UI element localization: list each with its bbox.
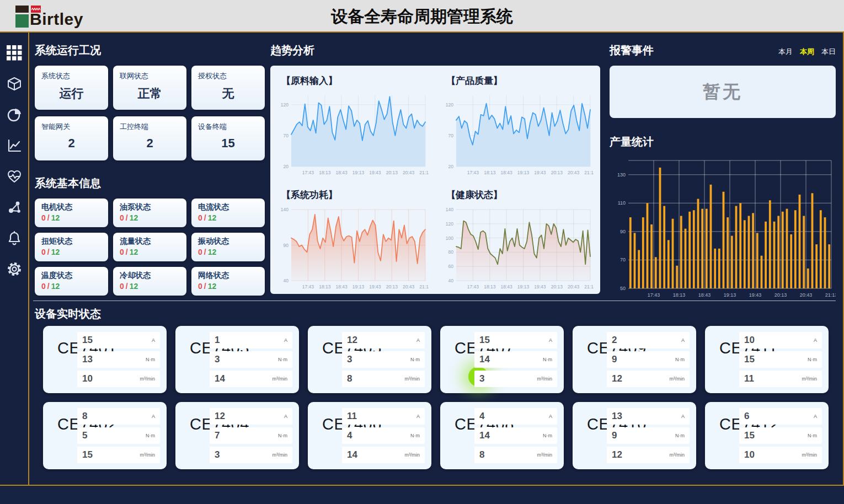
status-card: 授权状态无 bbox=[191, 66, 265, 110]
info-card-count: 0/12 bbox=[198, 282, 258, 291]
reading-unit: N·m bbox=[808, 357, 817, 362]
svg-text:20:43: 20:43 bbox=[403, 284, 415, 289]
device-reading-row: 3N·m bbox=[342, 351, 425, 368]
device-card[interactable]: CE7406 11A4N·m14m³/min bbox=[308, 402, 431, 469]
page-footer bbox=[0, 485, 844, 504]
status-card-value: 无 bbox=[198, 85, 258, 102]
info-card-count: 0/12 bbox=[120, 282, 180, 291]
svg-text:18:13: 18:13 bbox=[319, 284, 331, 289]
line-chart: 207012017:4318:1318:4319:1319:4320:1320:… bbox=[440, 91, 594, 176]
device-card[interactable]: CE7409 2A9N·m12m³/min bbox=[573, 326, 696, 393]
device-readings: 1A3N·m14m³/min bbox=[210, 332, 292, 390]
reading-value: 12 bbox=[612, 373, 622, 384]
reading-unit: A bbox=[681, 414, 685, 419]
device-reading-row: 7N·m bbox=[210, 427, 292, 444]
status-card-value: 运行 bbox=[41, 85, 102, 102]
line-chart: 207012017:4318:1318:4319:1319:4320:1320:… bbox=[275, 91, 429, 176]
svg-text:18:13: 18:13 bbox=[319, 170, 331, 175]
alarm-tab-本月[interactable]: 本月 bbox=[778, 47, 793, 57]
svg-text:110: 110 bbox=[618, 200, 626, 206]
line-chart: 409014017:4318:1318:4319:1319:4320:1320:… bbox=[275, 205, 429, 291]
reading-unit: m³/min bbox=[670, 376, 685, 382]
reading-unit: N·m bbox=[675, 433, 685, 438]
device-card[interactable]: CE7401 15A13N·m10m³/min bbox=[43, 326, 167, 393]
app-header: Birtley 设备全寿命周期管理系统 bbox=[0, 0, 844, 33]
svg-text:18:43: 18:43 bbox=[500, 170, 512, 175]
device-card[interactable]: CE7405 12A3N·m8m³/min bbox=[308, 326, 431, 393]
device-reading-row: 10A bbox=[739, 332, 822, 348]
device-card[interactable]: CE7411 10A15N·m11m³/min bbox=[705, 326, 829, 393]
reading-value: 13 bbox=[82, 354, 93, 365]
info-card-label: 电流状态 bbox=[198, 202, 258, 212]
reading-unit: m³/min bbox=[140, 376, 156, 382]
gear-icon[interactable] bbox=[6, 261, 23, 277]
svg-text:19:13: 19:13 bbox=[517, 170, 530, 175]
molecule-icon[interactable] bbox=[6, 199, 23, 216]
trend-chart-cell: 【系统功耗】409014017:4318:1318:4319:1319:4320… bbox=[270, 180, 435, 294]
pie-chart-icon[interactable] bbox=[6, 106, 23, 123]
device-reading-row: 14m³/min bbox=[210, 371, 292, 387]
svg-text:18:13: 18:13 bbox=[673, 292, 686, 298]
svg-text:40: 40 bbox=[448, 278, 454, 283]
svg-text:20:13: 20:13 bbox=[551, 284, 563, 289]
device-card[interactable]: CE7410 13A9N·m12m³/min bbox=[573, 402, 696, 469]
svg-text:19:43: 19:43 bbox=[369, 284, 381, 289]
system-status-title: 系统运行工况 bbox=[35, 43, 266, 58]
info-card-count: 0/12 bbox=[120, 248, 180, 256]
system-status-section: 系统运行工况 系统状态运行联网状态正常授权状态无智能网关2工控终端2设备终端15… bbox=[35, 43, 266, 296]
basic-info-title: 系统基本信息 bbox=[35, 176, 266, 191]
reading-unit: N·m bbox=[543, 433, 552, 438]
reading-unit: m³/min bbox=[405, 376, 420, 382]
device-reading-row: 8m³/min bbox=[342, 371, 425, 387]
bell-icon[interactable] bbox=[6, 230, 23, 246]
health-icon[interactable] bbox=[6, 168, 23, 185]
device-card[interactable]: CE7403 1A3N·m14m³/min bbox=[175, 326, 299, 393]
svg-text:20:43: 20:43 bbox=[568, 284, 580, 289]
device-reading-row: 14m³/min bbox=[342, 447, 425, 463]
device-card[interactable]: CE7404 12A7N·m3m³/min bbox=[175, 402, 299, 469]
grid-icon[interactable] bbox=[6, 45, 23, 61]
info-card-label: 扭矩状态 bbox=[41, 237, 102, 246]
device-card[interactable]: CE7408 4A14N·m8m³/min bbox=[440, 402, 564, 469]
device-reading-row: 9N·m bbox=[607, 351, 690, 368]
svg-text:19:43: 19:43 bbox=[749, 292, 762, 298]
alarm-tab-本日[interactable]: 本日 bbox=[821, 47, 836, 57]
device-card[interactable]: CE7412 6A15N·m10m³/min bbox=[705, 402, 829, 469]
info-card: 温度状态0/12 bbox=[35, 267, 108, 296]
device-reading-row: 8m³/min bbox=[474, 447, 557, 463]
device-card[interactable]: CE7402 8A5N·m15m³/min bbox=[43, 402, 167, 469]
svg-text:20:13: 20:13 bbox=[551, 170, 563, 175]
chart-title: 【原料输入】 bbox=[270, 66, 435, 87]
svg-text:20:13: 20:13 bbox=[774, 292, 787, 298]
cube-icon[interactable] bbox=[6, 76, 23, 92]
svg-text:90: 90 bbox=[620, 229, 626, 234]
device-reading-row: 12A bbox=[342, 332, 425, 348]
device-readings: 13A9N·m12m³/min bbox=[607, 408, 690, 466]
status-card-label: 设备终端 bbox=[198, 122, 258, 132]
svg-text:18:43: 18:43 bbox=[335, 170, 348, 175]
reading-value: 10 bbox=[744, 335, 755, 346]
status-card: 工控终端2 bbox=[113, 116, 186, 160]
reading-value: 15 bbox=[744, 430, 755, 441]
info-card-label: 温度状态 bbox=[41, 271, 102, 281]
svg-text:70: 70 bbox=[448, 133, 454, 138]
info-card: 扭矩状态0/12 bbox=[35, 233, 108, 261]
svg-text:18:43: 18:43 bbox=[500, 284, 512, 289]
device-card[interactable]: CE7407 15A14N·m3m³/min bbox=[440, 326, 564, 393]
trend-chart-cell: 【原料输入】207012017:4318:1318:4319:1319:4320… bbox=[270, 66, 435, 180]
svg-text:20:43: 20:43 bbox=[800, 292, 813, 298]
reading-value: 4 bbox=[479, 411, 484, 422]
info-card-count: 0/12 bbox=[198, 248, 258, 256]
status-card: 设备终端15 bbox=[191, 116, 265, 160]
svg-text:20:13: 20:13 bbox=[386, 170, 398, 175]
alarm-empty-card: 暂无 bbox=[610, 66, 836, 118]
svg-text:19:43: 19:43 bbox=[534, 284, 546, 289]
device-readings: 12A7N·m3m³/min bbox=[210, 408, 292, 466]
alarm-title: 报警事件 bbox=[610, 43, 654, 58]
info-card-label: 网络状态 bbox=[198, 271, 258, 281]
svg-text:20:13: 20:13 bbox=[386, 284, 398, 289]
alarm-tab-本周[interactable]: 本周 bbox=[800, 47, 814, 57]
line-chart-icon[interactable] bbox=[6, 137, 23, 154]
svg-text:80: 80 bbox=[448, 249, 454, 255]
reading-value: 6 bbox=[744, 411, 749, 422]
